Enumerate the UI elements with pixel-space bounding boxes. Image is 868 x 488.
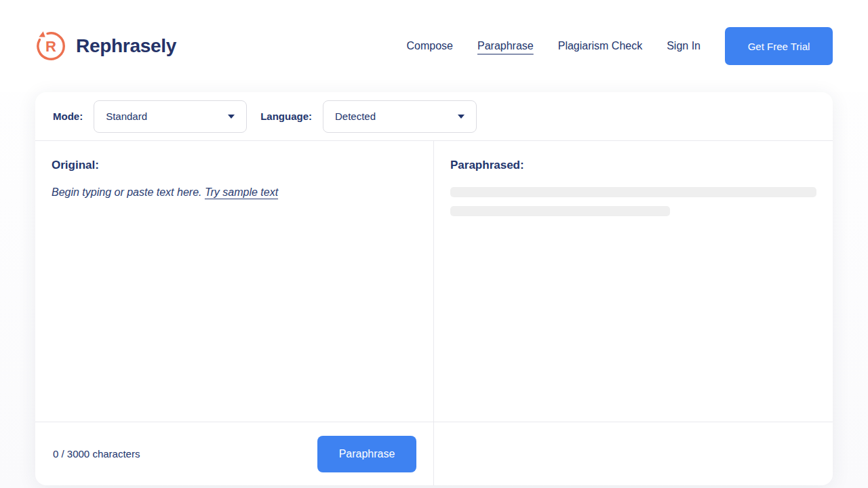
language-label: Language: xyxy=(260,110,312,122)
refresh-r-logo-icon: R xyxy=(35,30,66,62)
original-heading: Original: xyxy=(52,159,417,172)
paraphraser-card: Mode: Standard Language: Detected Origin… xyxy=(35,92,833,485)
paraphrased-heading: Paraphrased: xyxy=(450,159,816,172)
output-skeleton-bar xyxy=(450,206,670,216)
nav-item-plagiarism-check[interactable]: Plagiarism Check xyxy=(558,40,642,52)
output-skeleton-bar xyxy=(450,187,816,197)
card-footer: 0 / 3000 characters Paraphrase xyxy=(35,422,833,485)
character-count: 0 / 3000 characters xyxy=(53,448,140,460)
caret-down-icon xyxy=(228,115,235,119)
footer-right xyxy=(434,422,833,485)
mode-selected-value: Standard xyxy=(106,110,147,122)
try-sample-text-link[interactable]: Try sample text xyxy=(205,186,278,198)
editor-panels: Original: Begin typing or paste text her… xyxy=(35,141,833,422)
brand[interactable]: R Rephrasely xyxy=(35,30,176,62)
language-select[interactable]: Detected xyxy=(323,100,477,133)
main-nav: Compose Paraphrase Plagiarism Check Sign… xyxy=(407,27,833,65)
editor-placeholder[interactable]: Begin typing or paste text here. Try sam… xyxy=(52,186,417,199)
footer-left: 0 / 3000 characters Paraphrase xyxy=(35,422,434,485)
mode-select[interactable]: Standard xyxy=(94,100,247,133)
sign-in-link[interactable]: Sign In xyxy=(667,40,701,52)
original-text-panel[interactable]: Original: Begin typing or paste text her… xyxy=(35,141,434,422)
get-free-trial-button[interactable]: Get Free Trial xyxy=(725,27,833,65)
language-selected-value: Detected xyxy=(335,110,376,122)
header: R Rephrasely Compose Paraphrase Plagiari… xyxy=(0,0,868,92)
mode-label: Mode: xyxy=(53,110,83,122)
paraphrase-button[interactable]: Paraphrase xyxy=(317,436,416,472)
nav-item-paraphrase[interactable]: Paraphrase xyxy=(477,40,534,52)
options-toolbar: Mode: Standard Language: Detected xyxy=(35,92,833,141)
caret-down-icon xyxy=(458,115,465,119)
placeholder-text: Begin typing or paste text here. xyxy=(52,186,205,198)
svg-text:R: R xyxy=(45,38,56,55)
paraphrased-output-panel: Paraphrased: xyxy=(434,141,833,422)
nav-item-compose[interactable]: Compose xyxy=(407,40,453,52)
brand-name: Rephrasely xyxy=(76,35,176,57)
